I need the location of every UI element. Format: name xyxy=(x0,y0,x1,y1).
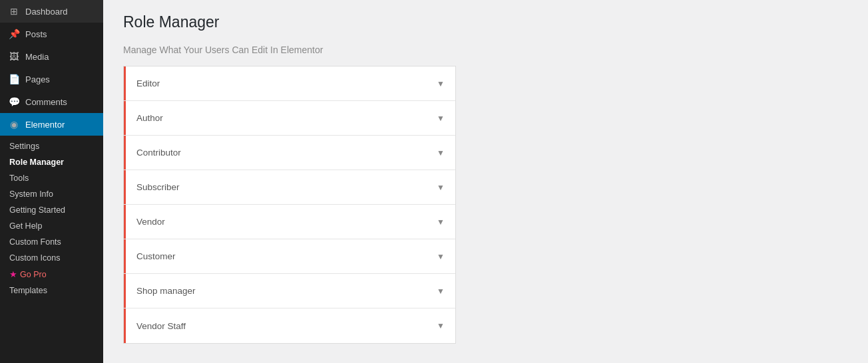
submenu-item-label: Go Pro xyxy=(20,270,47,279)
page-subtitle: Manage What Your Users Can Edit In Eleme… xyxy=(123,45,848,55)
role-name: Customer xyxy=(126,242,426,271)
role-name: Contributor xyxy=(126,138,426,167)
submenu-item-label: Custom Icons xyxy=(9,253,60,263)
posts-icon: 📌 xyxy=(8,28,20,40)
main-content: Role Manager Manage What Your Users Can … xyxy=(103,0,868,363)
sidebar-item-label: Media xyxy=(25,52,49,62)
comments-icon: 💬 xyxy=(8,96,20,108)
submenu-item-label: Templates xyxy=(9,286,47,295)
role-row-author[interactable]: Author ▼ xyxy=(124,101,455,136)
role-name: Subscriber xyxy=(126,173,426,201)
submenu-item-tools[interactable]: Tools xyxy=(0,170,103,186)
role-row-editor[interactable]: Editor ▼ xyxy=(124,66,455,101)
submenu-item-custom-fonts[interactable]: Custom Fonts xyxy=(0,234,103,250)
submenu-item-label: System Info xyxy=(9,189,53,199)
sidebar-item-dashboard[interactable]: ⊞ Dashboard xyxy=(0,0,103,23)
role-row-shop-manager[interactable]: Shop manager ▼ xyxy=(124,274,455,308)
elementor-sub-menu: SettingsRole ManagerToolsSystem InfoGett… xyxy=(0,136,103,301)
submenu-item-custom-icons[interactable]: Custom Icons xyxy=(0,250,103,266)
submenu-item-getting-started[interactable]: Getting Started xyxy=(0,202,103,218)
submenu-item-label: Get Help xyxy=(9,221,42,231)
submenu-item-settings[interactable]: Settings xyxy=(0,138,103,154)
sidebar: ⊞ Dashboard 📌 Posts 🖼 Media 📄 Pages 💬 Co… xyxy=(0,0,103,363)
role-chevron-icon: ▼ xyxy=(426,243,455,271)
role-chevron-icon: ▼ xyxy=(426,139,455,167)
elementor-nav-item[interactable]: ◉ Elementor xyxy=(0,113,103,136)
role-chevron-icon: ▼ xyxy=(426,208,455,236)
sidebar-item-label: Comments xyxy=(25,97,67,107)
sidebar-item-posts[interactable]: 📌 Posts xyxy=(0,23,103,45)
role-name: Vendor xyxy=(126,207,426,236)
submenu-item-templates[interactable]: Templates xyxy=(0,283,103,299)
submenu-item-label: Custom Fonts xyxy=(9,237,61,247)
role-row-contributor[interactable]: Contributor ▼ xyxy=(124,136,455,170)
role-row-subscriber[interactable]: Subscriber ▼ xyxy=(124,170,455,205)
elementor-section: ◉ Elementor xyxy=(0,113,103,136)
submenu-item-label: Settings xyxy=(9,142,39,151)
page-title: Role Manager xyxy=(123,13,848,31)
role-chevron-icon: ▼ xyxy=(426,312,455,340)
role-chevron-icon: ▼ xyxy=(426,104,455,132)
sidebar-item-label: Posts xyxy=(25,29,47,39)
submenu-item-label: Getting Started xyxy=(9,205,65,215)
role-row-customer[interactable]: Customer ▼ xyxy=(124,239,455,274)
role-row-vendor-staff[interactable]: Vendor Staff ▼ xyxy=(124,308,455,343)
role-table: Editor ▼ Author ▼ Contributor ▼ Subscrib… xyxy=(123,66,456,344)
role-chevron-icon: ▼ xyxy=(426,70,455,98)
sidebar-item-comments[interactable]: 💬 Comments xyxy=(0,90,103,113)
role-name: Vendor Staff xyxy=(126,312,426,340)
elementor-label: Elementor xyxy=(25,120,65,130)
role-name: Author xyxy=(126,104,426,132)
sidebar-item-media[interactable]: 🖼 Media xyxy=(0,45,103,68)
sidebar-item-pages[interactable]: 📄 Pages xyxy=(0,68,103,90)
sidebar-item-label: Dashboard xyxy=(25,7,68,17)
submenu-item-get-help[interactable]: Get Help xyxy=(0,218,103,234)
media-icon: 🖼 xyxy=(8,51,20,62)
submenu-item-system-info[interactable]: System Info xyxy=(0,186,103,202)
role-name: Editor xyxy=(126,69,426,98)
role-chevron-icon: ▼ xyxy=(426,174,455,201)
elementor-icon: ◉ xyxy=(8,118,20,130)
submenu-item-label: Role Manager xyxy=(9,158,64,167)
role-row-vendor[interactable]: Vendor ▼ xyxy=(124,205,455,239)
submenu-item-go-pro[interactable]: ★Go Pro xyxy=(0,266,103,283)
sidebar-item-label: Pages xyxy=(25,74,50,84)
star-icon: ★ xyxy=(9,269,17,279)
submenu-item-role-manager[interactable]: Role Manager xyxy=(0,154,103,170)
role-chevron-icon: ▼ xyxy=(426,277,455,305)
submenu-item-label: Tools xyxy=(9,174,29,183)
pages-icon: 📄 xyxy=(8,73,20,85)
role-name: Shop manager xyxy=(126,277,426,305)
dashboard-icon: ⊞ xyxy=(8,5,20,17)
